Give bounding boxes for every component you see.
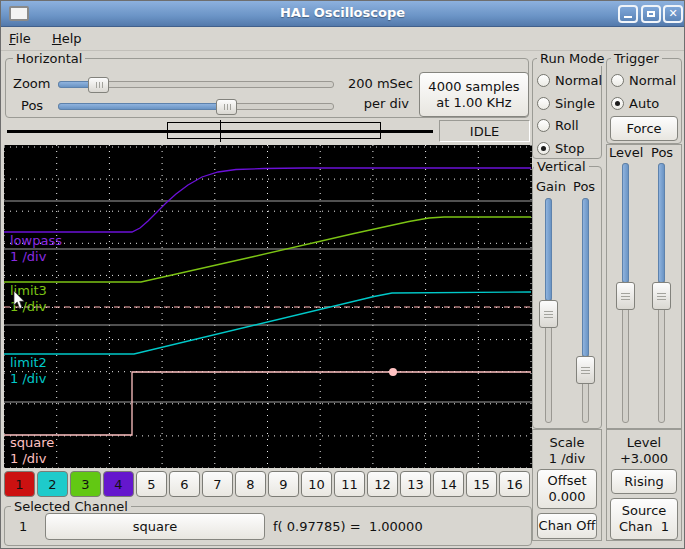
vertical-gain-label: Gain: [536, 179, 566, 194]
trigger-pos-slider-handle[interactable]: [652, 282, 671, 310]
trigger-level-slider-handle[interactable]: [616, 282, 635, 310]
trigger-level-title: Level: [606, 435, 682, 450]
maximize-button[interactable]: [641, 5, 661, 23]
channel-button-10[interactable]: 10: [301, 471, 332, 497]
horizontal-frame-label: Horizontal: [13, 51, 85, 66]
trigger-level-value: +3.000: [606, 451, 682, 466]
cursor-reading: f( 0.97785) = 1.00000: [273, 519, 423, 534]
trigger-source-button[interactable]: Source Chan 1: [610, 498, 678, 540]
zoom-slider-handle[interactable]: [88, 77, 109, 93]
channel-button-12[interactable]: 12: [367, 471, 398, 497]
channel-button-14[interactable]: 14: [433, 471, 464, 497]
offset-title: Offset: [547, 473, 586, 489]
vertical-pos-slider-handle[interactable]: [576, 356, 595, 384]
radio-run-roll[interactable]: [537, 119, 550, 132]
trigger-level-slider-fill: [622, 163, 629, 283]
vertical-gain-slider-handle[interactable]: [539, 300, 558, 328]
trigger-level-label: Level: [609, 145, 643, 160]
scale-value: 1 /div: [532, 451, 602, 466]
radio-run-roll-label: Roll: [555, 118, 579, 133]
channel-button-11[interactable]: 11: [334, 471, 365, 497]
radio-trigger-auto-label: Auto: [629, 96, 659, 111]
samples-line1: 4000 samples: [428, 79, 519, 95]
channel-button-13[interactable]: 13: [400, 471, 431, 497]
close-button[interactable]: ✕: [663, 5, 683, 23]
channel-button-4[interactable]: 4: [103, 471, 134, 497]
radio-run-single[interactable]: [537, 97, 550, 110]
menu-file[interactable]: File: [1, 28, 39, 46]
channel-button-5[interactable]: 5: [136, 471, 167, 497]
selected-channel-label: Selected Channel: [11, 499, 131, 514]
trigger-pos-label: Pos: [651, 145, 673, 160]
app-window: HAL Oscilloscope ✕ File Help Horizontal …: [0, 0, 685, 549]
radio-trigger-auto[interactable]: [611, 97, 624, 110]
vertical-frame-label: Vertical: [534, 159, 589, 174]
samples-line2: at 1.00 KHz: [436, 95, 511, 111]
offset-value: 0.000: [548, 489, 585, 505]
menu-help[interactable]: Help: [44, 28, 90, 46]
scope-display[interactable]: lowpass1 /divlimit31 /divlimit21 /divsqu…: [4, 145, 532, 468]
channel-button-15[interactable]: 15: [466, 471, 497, 497]
channel-label-limit2: limit21 /div: [10, 355, 47, 387]
minimize-button[interactable]: [618, 5, 638, 23]
trigger-edge-button[interactable]: Rising: [611, 469, 677, 494]
scope-canvas: [4, 145, 532, 468]
mouse-cursor-icon: [13, 291, 26, 310]
channel-label-square: square1 /div: [10, 435, 54, 467]
chan-off-button[interactable]: Chan Off: [537, 513, 597, 539]
titlebar[interactable]: HAL Oscilloscope ✕: [1, 1, 684, 27]
trigger-source-line2: Chan 1: [619, 519, 669, 535]
trigger-source-line1: Source: [622, 503, 667, 519]
channel-button-3[interactable]: 3: [70, 471, 101, 497]
channel-button-9[interactable]: 9: [268, 471, 299, 497]
radio-run-stop[interactable]: [537, 142, 550, 155]
zoom-label: Zoom: [13, 76, 50, 91]
channel-button-1[interactable]: 1: [4, 471, 35, 497]
offset-button[interactable]: Offset 0.000: [537, 469, 597, 509]
run-mode-frame-label: Run Mode: [537, 51, 607, 66]
channel-button-7[interactable]: 7: [202, 471, 233, 497]
selected-channel-number: 1: [19, 519, 27, 534]
radio-trigger-normal[interactable]: [611, 74, 624, 87]
channel-button-8[interactable]: 8: [235, 471, 266, 497]
rate-line2: per div: [337, 96, 409, 111]
channel-button-16[interactable]: 16: [499, 471, 530, 497]
radio-trigger-normal-label: Normal: [629, 73, 676, 88]
radio-run-single-label: Single: [555, 96, 595, 111]
channel-source-button[interactable]: square: [45, 513, 265, 540]
vertical-pos-slider-fill: [582, 198, 589, 357]
channel-label-lowpass: lowpass1 /div: [10, 233, 62, 265]
pos-slider-handle[interactable]: [216, 99, 237, 115]
window-title: HAL Oscilloscope: [1, 5, 684, 20]
trigger-frame-label: Trigger: [611, 51, 662, 66]
channel-button-6[interactable]: 6: [169, 471, 200, 497]
force-button[interactable]: Force: [610, 116, 678, 141]
radio-run-stop-label: Stop: [555, 141, 585, 156]
trigger-pos-slider-fill: [658, 163, 665, 283]
samples-button[interactable]: 4000 samples at 1.00 KHz: [419, 72, 529, 117]
vertical-pos-label: Pos: [573, 179, 595, 194]
channel-button-2[interactable]: 2: [37, 471, 68, 497]
rate-line1: 200 mSec: [337, 76, 413, 91]
pos-slider-fill: [58, 103, 227, 110]
menubar: File Help: [1, 28, 684, 51]
radio-run-normal-label: Normal: [555, 73, 602, 88]
vertical-frame: [532, 166, 602, 429]
radio-run-normal[interactable]: [537, 74, 550, 87]
vertical-gain-slider-fill: [545, 198, 552, 301]
scale-title: Scale: [532, 435, 602, 450]
channel-button-row: 12345678910111213141516: [4, 471, 534, 497]
pos-label: Pos: [21, 98, 43, 113]
acquisition-status: IDLE: [439, 120, 530, 142]
record-window-indicator: [167, 122, 381, 139]
